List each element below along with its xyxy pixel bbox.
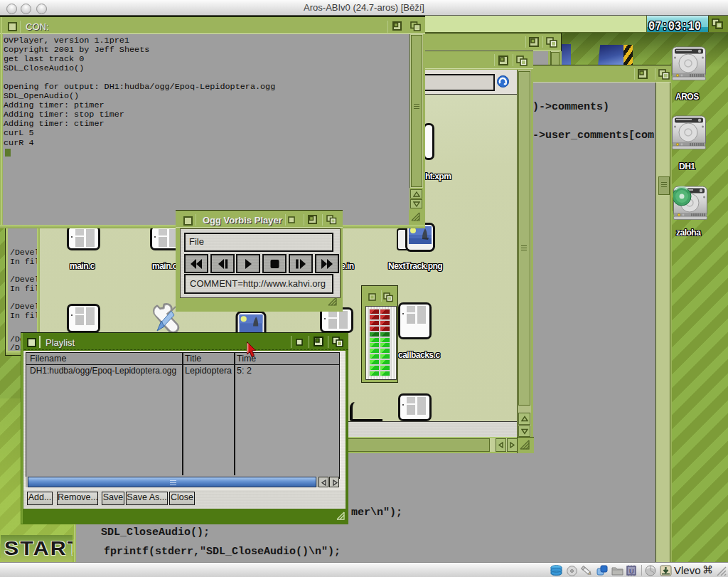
- svg-text:U: U: [629, 568, 634, 575]
